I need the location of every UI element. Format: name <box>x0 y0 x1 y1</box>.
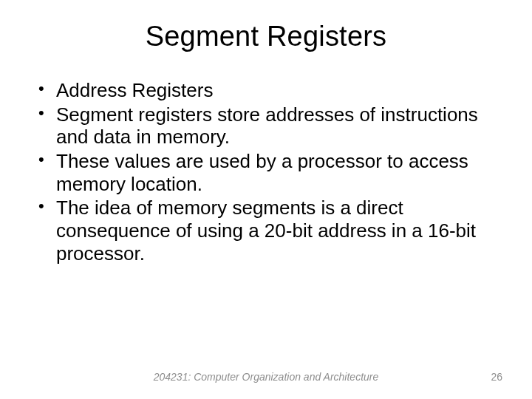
list-item: Segment registers store addresses of ins… <box>35 103 502 149</box>
slide: Segment Registers Address Registers Segm… <box>0 0 532 399</box>
bullet-list: Address Registers Segment registers stor… <box>30 79 502 266</box>
slide-title: Segment Registers <box>30 21 502 52</box>
list-item: Address Registers <box>35 79 502 102</box>
list-item: These values are used by a processor to … <box>35 150 502 195</box>
list-item: The idea of memory segments is a direct … <box>35 197 502 265</box>
page-number: 26 <box>491 371 502 383</box>
footer-text: 204231: Computer Organization and Archit… <box>0 371 532 383</box>
